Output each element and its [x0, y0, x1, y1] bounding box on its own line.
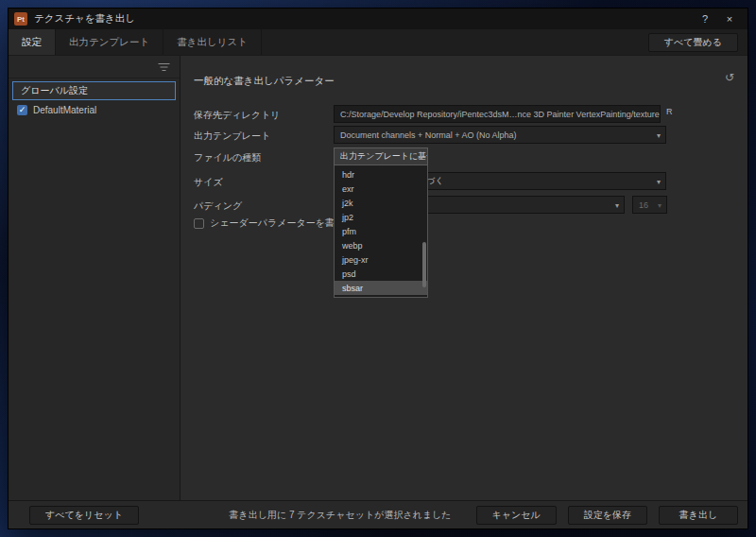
dropdown-option-webp[interactable]: webp: [335, 238, 427, 252]
filetype-label: ファイルの種類: [194, 151, 261, 165]
size-label: サイズ: [194, 176, 223, 189]
template-combobox[interactable]: Document channels + Normal + AO (No Alph…: [334, 126, 666, 144]
help-button[interactable]: ?: [693, 9, 717, 29]
padding-label: パディング: [194, 199, 242, 213]
template-value: Document channels + Normal + AO (No Alph…: [340, 130, 517, 140]
tab-bar: 設定 出力テンプレート 書き出しリスト すべて畳める: [9, 29, 747, 56]
shader-export-checkbox[interactable]: [194, 218, 204, 229]
dropdown-option-pfm[interactable]: pfm: [335, 224, 427, 238]
chevron-down-icon: ▾: [615, 200, 619, 209]
directory-label: 保存先ディレクトリ: [194, 109, 280, 122]
filetype-combobox[interactable]: 出力テンプレートに基づく ▾: [334, 147, 428, 165]
section-title: 一般的な書き出しパラメーター: [194, 75, 335, 88]
dropdown-option-sbsar[interactable]: sbsar: [335, 281, 427, 295]
reset-all-button[interactable]: すべてをリセット: [29, 506, 139, 525]
chevron-down-icon: ▾: [658, 200, 662, 209]
export-button[interactable]: 書き出し: [659, 506, 738, 525]
sidebar-item-default-material[interactable]: ✓ DefaultMaterial: [9, 100, 180, 119]
dropdown-option-exr[interactable]: exr: [335, 182, 427, 196]
tab-export-list[interactable]: 書き出しリスト: [163, 29, 262, 55]
cancel-button[interactable]: キャンセル: [476, 506, 557, 525]
filetype-dropdown-popup: hdr exr j2k jp2 pfm webp jpeg-xr psd sbs…: [334, 165, 428, 298]
filetype-value: 出力テンプレートに基づく: [340, 150, 428, 163]
sidebar-item-global-settings[interactable]: グローバル設定: [12, 81, 176, 100]
tab-output-templates[interactable]: 出力テンプレート: [56, 29, 163, 55]
dropdown-option-j2k[interactable]: j2k: [335, 196, 427, 210]
export-textures-dialog: Pt テクスチャを書き出し ? × 設定 出力テンプレート 書き出しリスト すべ…: [8, 8, 748, 529]
chevron-down-icon: ▾: [419, 152, 422, 161]
chevron-down-icon: ▾: [657, 177, 661, 185]
tab-settings[interactable]: 設定: [9, 29, 56, 55]
footer-bar: すべてをリセット 書き出し用に 7 テクスチャセットが選択されました キャンセル…: [9, 500, 747, 528]
padding-size-value: 16: [639, 200, 648, 210]
selection-status: 書き出し用に 7 テクスチャセットが選択されました: [229, 509, 451, 522]
template-label: 出力テンプレート: [194, 130, 270, 143]
chevron-down-icon: ▾: [657, 130, 661, 139]
directory-field[interactable]: C:/Storage/Develop Repository/iPentec3ds…: [334, 105, 661, 123]
padding-size-combobox[interactable]: 16 ▾: [632, 196, 667, 214]
reset-section-icon[interactable]: ↺: [725, 71, 734, 84]
material-label: DefaultMaterial: [33, 105, 96, 115]
panel-tools: [9, 56, 180, 78]
close-button[interactable]: ×: [717, 9, 742, 29]
save-settings-button[interactable]: 設定を保存: [568, 506, 647, 525]
title-bar: Pt テクスチャを書き出し ? ×: [9, 9, 747, 29]
filter-icon[interactable]: [158, 62, 170, 72]
collapse-all-button[interactable]: すべて畳める: [648, 33, 738, 52]
dropdown-option-jpeg-xr[interactable]: jpeg-xr: [335, 252, 427, 267]
popup-scrollbar[interactable]: [422, 167, 426, 295]
app-icon: Pt: [14, 12, 27, 26]
texture-set-panel: グローバル設定 ✓ DefaultMaterial: [9, 56, 180, 500]
material-checkbox[interactable]: ✓: [17, 105, 27, 115]
dropdown-option-psd[interactable]: psd: [335, 267, 427, 281]
export-parameters-panel: 一般的な書き出しパラメーター ↺ 保存先ディレクトリ C:/Storage/De…: [180, 56, 747, 500]
dropdown-option-jp2[interactable]: jp2: [335, 210, 427, 224]
dropdown-option-hdr[interactable]: hdr: [335, 167, 427, 182]
window-title: テクスチャを書き出し: [34, 12, 135, 26]
directory-suffix: R: [666, 107, 673, 116]
